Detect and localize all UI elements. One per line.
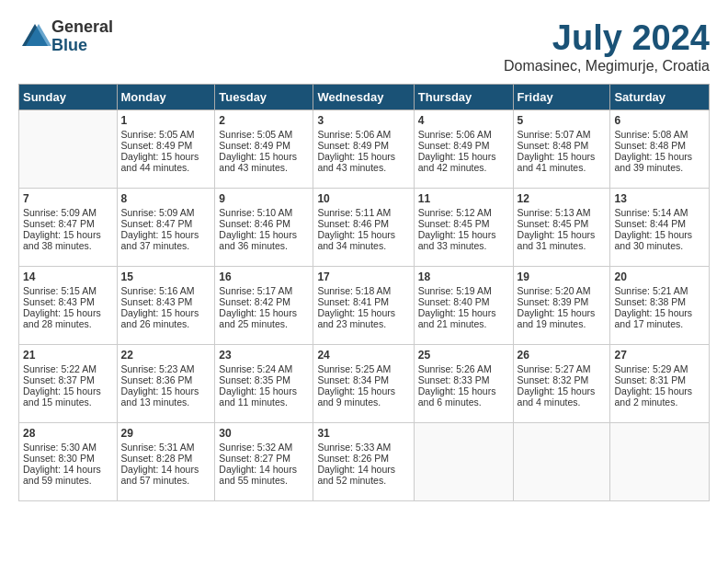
- day-number: 12: [518, 192, 607, 205]
- calendar-cell: 2Sunrise: 5:05 AMSunset: 8:49 PMDaylight…: [215, 110, 313, 189]
- calendar-cell: 25Sunrise: 5:26 AMSunset: 8:33 PMDayligh…: [414, 345, 513, 423]
- day-number: 8: [121, 192, 211, 205]
- day-header-sunday: Sunday: [19, 85, 118, 110]
- sunrise: Sunrise: 5:17 AM: [219, 285, 309, 296]
- day-number: 6: [614, 114, 705, 127]
- daylight: Daylight: 15 hours and 31 minutes.: [518, 229, 607, 251]
- day-number: 3: [317, 114, 409, 127]
- sunset: Sunset: 8:38 PM: [614, 296, 705, 307]
- daylight: Daylight: 15 hours and 4 minutes.: [518, 385, 607, 408]
- day-number: 31: [317, 427, 409, 440]
- daylight: Daylight: 15 hours and 30 minutes.: [614, 229, 705, 251]
- sunset: Sunset: 8:42 PM: [219, 296, 309, 307]
- daylight: Daylight: 15 hours and 21 minutes.: [418, 307, 509, 329]
- calendar-cell: [513, 423, 610, 501]
- sunrise: Sunrise: 5:08 AM: [614, 129, 705, 140]
- daylight: Daylight: 15 hours and 43 minutes.: [219, 151, 309, 173]
- day-header-friday: Friday: [513, 85, 610, 110]
- sunrise: Sunrise: 5:23 AM: [121, 363, 211, 374]
- calendar-week-row: 1Sunrise: 5:05 AMSunset: 8:49 PMDaylight…: [19, 110, 710, 189]
- calendar-cell: 13Sunrise: 5:14 AMSunset: 8:44 PMDayligh…: [610, 189, 710, 267]
- daylight: Daylight: 15 hours and 17 minutes.: [614, 307, 705, 329]
- day-number: 14: [23, 270, 113, 283]
- calendar-cell: 17Sunrise: 5:18 AMSunset: 8:41 PMDayligh…: [313, 267, 414, 345]
- calendar-cell: 5Sunrise: 5:07 AMSunset: 8:48 PMDaylight…: [513, 110, 610, 189]
- day-number: 30: [219, 427, 309, 440]
- sunrise: Sunrise: 5:24 AM: [219, 363, 309, 374]
- logo-icon: [18, 20, 51, 53]
- sunrise: Sunrise: 5:20 AM: [518, 285, 607, 296]
- daylight: Daylight: 14 hours and 55 minutes.: [219, 464, 309, 486]
- day-header-monday: Monday: [117, 85, 215, 110]
- daylight: Daylight: 15 hours and 39 minutes.: [614, 151, 705, 173]
- calendar-cell: 22Sunrise: 5:23 AMSunset: 8:36 PMDayligh…: [117, 345, 215, 423]
- daylight: Daylight: 15 hours and 26 minutes.: [121, 307, 211, 329]
- calendar-cell: 7Sunrise: 5:09 AMSunset: 8:47 PMDaylight…: [19, 189, 118, 267]
- calendar-cell: [414, 423, 513, 501]
- sunrise: Sunrise: 5:18 AM: [317, 285, 409, 296]
- daylight: Daylight: 15 hours and 15 minutes.: [23, 385, 113, 408]
- calendar-header-row: SundayMondayTuesdayWednesdayThursdayFrid…: [19, 85, 710, 110]
- daylight: Daylight: 15 hours and 44 minutes.: [121, 151, 211, 173]
- sunset: Sunset: 8:46 PM: [317, 218, 409, 229]
- sunset: Sunset: 8:49 PM: [317, 140, 409, 151]
- sunrise: Sunrise: 5:06 AM: [418, 129, 509, 140]
- sunset: Sunset: 8:37 PM: [23, 374, 113, 385]
- daylight: Daylight: 15 hours and 28 minutes.: [23, 307, 113, 329]
- sunrise: Sunrise: 5:14 AM: [614, 207, 705, 218]
- calendar-cell: 4Sunrise: 5:06 AMSunset: 8:49 PMDaylight…: [414, 110, 513, 189]
- sunrise: Sunrise: 5:15 AM: [23, 285, 113, 296]
- sunset: Sunset: 8:43 PM: [23, 296, 113, 307]
- day-number: 26: [518, 349, 607, 362]
- daylight: Daylight: 15 hours and 25 minutes.: [219, 307, 309, 329]
- sunset: Sunset: 8:47 PM: [121, 218, 211, 229]
- sunrise: Sunrise: 5:10 AM: [219, 207, 309, 218]
- day-number: 15: [121, 270, 211, 283]
- daylight: Daylight: 15 hours and 9 minutes.: [317, 385, 409, 408]
- daylight: Daylight: 15 hours and 13 minutes.: [121, 385, 211, 408]
- daylight: Daylight: 14 hours and 59 minutes.: [23, 464, 113, 486]
- calendar-cell: 11Sunrise: 5:12 AMSunset: 8:45 PMDayligh…: [414, 189, 513, 267]
- calendar-table: SundayMondayTuesdayWednesdayThursdayFrid…: [18, 84, 710, 501]
- day-header-wednesday: Wednesday: [313, 85, 414, 110]
- sunset: Sunset: 8:27 PM: [219, 453, 309, 464]
- day-header-tuesday: Tuesday: [215, 85, 313, 110]
- daylight: Daylight: 15 hours and 36 minutes.: [219, 229, 309, 251]
- logo-text: General Blue: [51, 18, 113, 55]
- sunset: Sunset: 8:26 PM: [317, 453, 409, 464]
- calendar-cell: 14Sunrise: 5:15 AMSunset: 8:43 PMDayligh…: [19, 267, 118, 345]
- calendar-cell: 24Sunrise: 5:25 AMSunset: 8:34 PMDayligh…: [313, 345, 414, 423]
- calendar-cell: 9Sunrise: 5:10 AMSunset: 8:46 PMDaylight…: [215, 189, 313, 267]
- day-number: 9: [219, 192, 309, 205]
- day-number: 24: [317, 349, 409, 362]
- calendar-cell: 31Sunrise: 5:33 AMSunset: 8:26 PMDayligh…: [313, 423, 414, 501]
- daylight: Daylight: 15 hours and 43 minutes.: [317, 151, 409, 173]
- sunset: Sunset: 8:34 PM: [317, 374, 409, 385]
- sunset: Sunset: 8:30 PM: [23, 453, 113, 464]
- day-number: 17: [317, 270, 409, 283]
- calendar-cell: 29Sunrise: 5:31 AMSunset: 8:28 PMDayligh…: [117, 423, 215, 501]
- sunrise: Sunrise: 5:12 AM: [418, 207, 509, 218]
- calendar-cell: 21Sunrise: 5:22 AMSunset: 8:37 PMDayligh…: [19, 345, 118, 423]
- calendar-cell: 30Sunrise: 5:32 AMSunset: 8:27 PMDayligh…: [215, 423, 313, 501]
- day-number: 27: [614, 349, 705, 362]
- sunset: Sunset: 8:32 PM: [518, 374, 607, 385]
- day-number: 25: [418, 349, 509, 362]
- daylight: Daylight: 15 hours and 11 minutes.: [219, 385, 309, 408]
- sunrise: Sunrise: 5:22 AM: [23, 363, 113, 374]
- sunset: Sunset: 8:31 PM: [614, 374, 705, 385]
- day-number: 18: [418, 270, 509, 283]
- sunrise: Sunrise: 5:32 AM: [219, 442, 309, 453]
- title-block: July 2024 Domasinec, Megimurje, Croatia: [504, 18, 710, 75]
- sunset: Sunset: 8:35 PM: [219, 374, 309, 385]
- day-number: 1: [121, 114, 211, 127]
- sunset: Sunset: 8:41 PM: [317, 296, 409, 307]
- sunrise: Sunrise: 5:21 AM: [614, 285, 705, 296]
- sunrise: Sunrise: 5:30 AM: [23, 442, 113, 453]
- sunset: Sunset: 8:40 PM: [418, 296, 509, 307]
- day-header-saturday: Saturday: [610, 85, 710, 110]
- sunset: Sunset: 8:49 PM: [219, 140, 309, 151]
- calendar-cell: 16Sunrise: 5:17 AMSunset: 8:42 PMDayligh…: [215, 267, 313, 345]
- calendar-cell: 10Sunrise: 5:11 AMSunset: 8:46 PMDayligh…: [313, 189, 414, 267]
- calendar-cell: [19, 110, 118, 189]
